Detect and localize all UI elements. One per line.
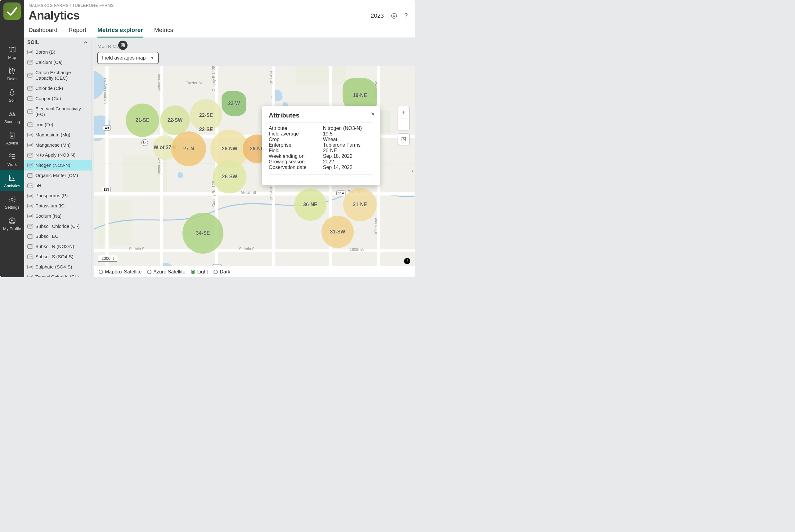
metric-label: Sodium (Na) [35, 213, 61, 219]
svg-rect-11 [97, 200, 132, 245]
metric-item[interactable]: 1.2Topsoil Chloride (Cl-) [24, 272, 92, 277]
metric-panel: SOIL 1.2Boron (B)1.2Calcium (Ca)1.2Catio… [24, 38, 92, 277]
save-button[interactable] [117, 40, 128, 51]
metric-item[interactable]: 1.2Copper (Cu) [24, 94, 92, 104]
basemap-option[interactable]: Light [191, 269, 208, 275]
popup-title: Attributes [269, 112, 373, 119]
rail-item-advice[interactable]: Advice [0, 127, 24, 149]
metric-item[interactable]: 1.2Magnesium (Mg) [24, 130, 92, 140]
metric-item[interactable]: 1.2Calcium (Ca) [24, 57, 92, 68]
map-wrap: METRICS Field averages map [94, 38, 415, 277]
metric-item[interactable]: 1.2Cation Exchange Capacity (CEC) [24, 68, 92, 84]
metric-item[interactable]: 1.2Subsoil Chloride (Cl-) [24, 221, 92, 232]
popup-key: Attribute [269, 126, 323, 131]
popup-key: Field average [269, 131, 323, 137]
basemap-option[interactable]: Azure Satellite [147, 269, 185, 275]
analytics-icon [8, 174, 16, 182]
metric-group-label: SOIL [27, 40, 39, 45]
metric-badge-icon: 1.2 [27, 143, 33, 147]
zoom-out-button[interactable]: − [398, 118, 409, 130]
rail-item-soil[interactable]: Soil [0, 84, 24, 106]
svg-text:Witter Ave: Witter Ave [157, 157, 161, 174]
fields-icon [8, 66, 16, 75]
field-31-NE[interactable]: 31-NE [343, 188, 377, 221]
svg-rect-8 [122, 44, 124, 45]
metric-item[interactable]: 1.2Iron (Fe) [24, 120, 92, 130]
body: SOIL 1.2Boron (B)1.2Calcium (Ca)1.2Catio… [24, 38, 415, 277]
metric-item[interactable]: 1.2N to Apply (NO3-N) [24, 150, 92, 160]
map-view[interactable]: Frazier St Brill Ave Brill Ave County Hw… [94, 66, 415, 277]
view-dropdown[interactable]: Field averages map [97, 52, 159, 64]
map-icon [8, 45, 16, 54]
metric-item[interactable]: 1.2Boron (B) [24, 47, 92, 57]
field-26-SW[interactable]: 26-SW [213, 160, 247, 193]
metric-item[interactable]: 1.2Electrical Conductivity (EC) [24, 104, 92, 120]
basemap-label: Light [197, 269, 208, 275]
tab-metrics-explorer[interactable]: Metrics explorer [97, 27, 143, 38]
popup-row: CropWheat [269, 137, 373, 142]
rail-item-settings[interactable]: Settings [0, 191, 24, 213]
app-logo[interactable] [3, 2, 21, 20]
feedback-icon[interactable] [391, 13, 397, 19]
field-27-N[interactable]: 27-N [171, 131, 206, 166]
metric-item[interactable]: 1.2Manganese (Mn) [24, 140, 92, 150]
close-icon[interactable]: ✕ [371, 111, 375, 117]
svg-text:County Hwy 48: County Hwy 48 [103, 78, 107, 104]
help-icon[interactable]: ? [404, 12, 408, 19]
metric-item[interactable]: 1.2Organic Matter (OM) [24, 171, 92, 181]
metric-label: Electrical Conductivity (EC) [35, 106, 88, 118]
radio-icon [214, 270, 218, 274]
rail-item-fields[interactable]: Fields [0, 63, 24, 84]
metric-item[interactable]: 1.2Subsoil S (SO4-S) [24, 252, 92, 262]
metric-badge-icon: 1.2 [27, 244, 33, 249]
metric-badge-icon: 1.2 [27, 204, 33, 208]
metric-item[interactable]: 1.2Subsoil N (NO3-N) [24, 242, 92, 252]
popup-value: Wheat [323, 137, 373, 142]
metric-item[interactable]: 1.2Chloride (Cl-) [24, 83, 92, 94]
zoom-in-button[interactable]: + [398, 106, 409, 118]
metric-group-header[interactable]: SOIL [24, 38, 92, 47]
metric-item[interactable]: 1.2Phosphorus (P) [24, 191, 92, 201]
basemap-option[interactable]: Dark [214, 269, 230, 275]
layer-control-button[interactable] [398, 133, 410, 145]
field-36-NE[interactable]: 36-NE [294, 189, 326, 221]
metric-item[interactable]: 1.2Nitogen (NO3-N) [24, 160, 92, 171]
basemap-option[interactable]: Mapbox Satellite [99, 269, 142, 275]
field-21-SE[interactable]: 21-SE [126, 103, 159, 137]
header: MALMSKOG FARMS / TUBLERONE FARMS Analyti… [24, 0, 415, 38]
panel-resize-handle[interactable]: ⋮ [92, 38, 94, 277]
field-23-W[interactable]: 23-W [221, 91, 247, 116]
rail-item-map[interactable]: Map [0, 41, 24, 63]
basemap-label: Mapbox Satellite [105, 269, 142, 275]
rail-label: Settings [5, 205, 20, 210]
right-resize-handle[interactable]: ⋮ [410, 169, 415, 174]
metric-list[interactable]: 1.2Boron (B)1.2Calcium (Ca)1.2Cation Exc… [24, 47, 92, 277]
metric-label: Subsoil N (NO3-N) [35, 244, 74, 250]
metric-item[interactable]: 1.2Subsoil EC [24, 231, 92, 242]
svg-point-4 [392, 13, 397, 18]
field-22-SW[interactable]: 22-SW [160, 106, 190, 135]
rail-label: My Profile [3, 226, 21, 231]
rail-item-analytics[interactable]: Analytics [0, 170, 24, 191]
rail-item-work[interactable]: Work [0, 149, 24, 170]
breadcrumb[interactable]: MALMSKOG FARMS / TUBLERONE FARMS [29, 3, 408, 8]
rail-item-profile[interactable]: My Profile [0, 213, 24, 234]
metric-item[interactable]: 1.2pH [24, 181, 92, 191]
metric-item[interactable]: 1.2Potassium (K) [24, 201, 92, 211]
field-31-SW[interactable]: 31-SW [322, 216, 354, 248]
metric-label: Chloride (Cl-) [35, 86, 63, 92]
tab-dashboard[interactable]: Dashboard [29, 27, 57, 38]
metric-item[interactable]: 1.2Sulphate (SO4-S) [24, 262, 92, 272]
rail-item-scouting[interactable]: Scouting [0, 106, 24, 127]
tabs: DashboardReportMetrics explorerMetrics [29, 27, 408, 38]
popup-value: Sep 18, 2022 [323, 153, 373, 159]
radio-icon [191, 270, 195, 274]
tab-report[interactable]: Report [69, 27, 86, 38]
map-attribution-icon[interactable]: i [404, 258, 410, 264]
year-selector[interactable]: 2023 [371, 13, 384, 19]
svg-text:48: 48 [105, 126, 109, 130]
tab-metrics[interactable]: Metrics [154, 27, 173, 38]
field-34-SE[interactable]: 34-SE [182, 213, 223, 253]
metric-item[interactable]: 1.2Sodium (Na) [24, 211, 92, 221]
main-column: MALMSKOG FARMS / TUBLERONE FARMS Analyti… [24, 0, 415, 277]
